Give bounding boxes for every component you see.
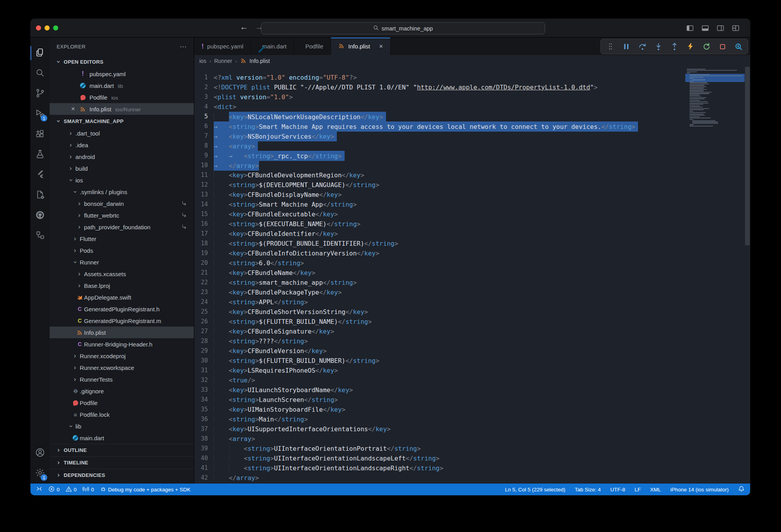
line-number[interactable]: 21 bbox=[194, 268, 211, 278]
activity-item-project[interactable] bbox=[30, 185, 50, 205]
line-number[interactable]: 22 bbox=[194, 278, 211, 287]
tree-item-info-plist[interactable]: Info.plist bbox=[50, 327, 194, 338]
code-line-11[interactable]: 11 <key>CFBundleDevelopmentRegion</key> bbox=[194, 170, 750, 180]
line-number[interactable]: 3 bbox=[194, 92, 211, 102]
line-number[interactable]: 32 bbox=[194, 375, 211, 385]
line-number[interactable]: 39 bbox=[194, 444, 211, 453]
code-line-27[interactable]: 27 <key>CFBundleSignature</key> bbox=[194, 327, 750, 336]
line-number[interactable]: 35 bbox=[194, 405, 211, 414]
code-line-5[interactable]: 5 <key>NSLocalNetworkUsageDescription</k… bbox=[194, 112, 750, 121]
close-icon[interactable]: × bbox=[69, 105, 77, 113]
minimize-window-button[interactable] bbox=[45, 25, 50, 30]
code-line-29[interactable]: 29 <key>CFBundleVersion</key> bbox=[194, 346, 750, 356]
line-number[interactable]: 7 bbox=[194, 131, 211, 141]
tree-item-assets-xcassets[interactable]: ›Assets.xcassets bbox=[50, 268, 194, 280]
code-line-34[interactable]: 34 <string>LaunchScreen</string> bbox=[194, 395, 750, 405]
line-number[interactable]: 34 bbox=[194, 395, 211, 405]
command-center-search[interactable]: smart_machine_app bbox=[261, 22, 545, 34]
section-header-outline[interactable]: ›OUTLINE bbox=[50, 444, 194, 456]
tree-item-idea[interactable]: ›.idea bbox=[50, 139, 194, 151]
section-header-timeline[interactable]: ›TIMELINE bbox=[50, 456, 194, 469]
device-selector[interactable]: iPhone 14 (ios simulator) bbox=[670, 487, 729, 493]
code-line-8[interactable]: 8→ <array> bbox=[194, 141, 750, 151]
inspect-button[interactable] bbox=[734, 42, 743, 51]
project-root-header[interactable]: › SMART_MACHINE_APP bbox=[50, 115, 194, 127]
code-line-19[interactable]: 19 <key>CFBundleInfoDictionaryVersion</k… bbox=[194, 248, 750, 258]
language-mode[interactable]: XML bbox=[650, 487, 661, 493]
activity-item-search[interactable] bbox=[30, 63, 50, 84]
code-line-38[interactable]: 38 <array> bbox=[194, 434, 750, 444]
code-line-22[interactable]: 22 <string>smart_machine_app</string> bbox=[194, 278, 750, 287]
tree-item-runner-xcodeproj[interactable]: ›Runner.xcodeproj bbox=[50, 350, 194, 362]
line-number[interactable]: 18 bbox=[194, 239, 211, 248]
customize-layout-button[interactable] bbox=[731, 24, 740, 32]
cursor-position[interactable]: Ln 5, Col 5 (229 selected) bbox=[505, 487, 566, 493]
activity-item-extensions[interactable] bbox=[30, 124, 50, 145]
tree-item-runner[interactable]: ›Runner bbox=[50, 256, 194, 268]
breadcrumb-file[interactable]: Info.plist bbox=[250, 58, 270, 64]
activity-item-testing[interactable] bbox=[30, 145, 50, 165]
step-into-button[interactable] bbox=[654, 42, 663, 51]
close-window-button[interactable] bbox=[36, 25, 41, 30]
remote-indicator[interactable] bbox=[36, 486, 43, 493]
notifications[interactable] bbox=[738, 486, 745, 493]
eol[interactable]: LF bbox=[634, 487, 641, 493]
restart-button[interactable] bbox=[702, 42, 711, 51]
code-line-3[interactable]: 3<plist version="1.0"> bbox=[194, 92, 750, 102]
code-line-37[interactable]: 37 <key>UISupportedInterfaceOrientations… bbox=[194, 424, 750, 434]
tree-item-gitignore[interactable]: .gitignore bbox=[50, 385, 194, 397]
tree-item-podfile[interactable]: Podfile bbox=[50, 397, 194, 409]
line-number[interactable]: 2 bbox=[194, 82, 211, 92]
tree-item-path-provider-foundation[interactable]: ›path_provider_foundation bbox=[50, 221, 194, 233]
tree-item-runner-xcworkspace[interactable]: ›Runner.xcworkspace bbox=[50, 362, 194, 373]
line-number[interactable]: 5 bbox=[194, 112, 211, 121]
line-number[interactable]: 30 bbox=[194, 356, 211, 366]
code-line-4[interactable]: 4<dict> bbox=[194, 102, 750, 112]
breadcrumb-runner[interactable]: Runner bbox=[214, 58, 232, 64]
code-line-28[interactable]: 28 <string>????</string> bbox=[194, 336, 750, 346]
tree-item-dart-tool[interactable]: ›.dart_tool bbox=[50, 127, 194, 139]
activity-item-settings[interactable]: 1 bbox=[30, 463, 50, 484]
code-line-6[interactable]: 6→ <string>Smart Machine App requires ac… bbox=[194, 121, 750, 131]
code-line-40[interactable]: 40 <string>UIInterfaceOrientationLandsca… bbox=[194, 453, 750, 463]
code-line-14[interactable]: 14 <string>Smart Machine App</string> bbox=[194, 200, 750, 209]
line-number[interactable]: 25 bbox=[194, 307, 211, 317]
code-line-25[interactable]: 25 <key>CFBundleShortVersionString</key> bbox=[194, 307, 750, 317]
code-line-9[interactable]: 9→ → <string>_rpc._tcp</string> bbox=[194, 151, 750, 161]
open-editor-info-plist[interactable]: ×Info.plistios/Runner bbox=[50, 103, 194, 115]
activity-item-github[interactable] bbox=[30, 205, 50, 226]
code-line-10[interactable]: 10→ </array> bbox=[194, 161, 750, 170]
tree-item-build[interactable]: ›build bbox=[50, 162, 194, 174]
toggle-sidebar-left-button[interactable] bbox=[686, 24, 694, 32]
tree-item-generatedpluginregistrant-h[interactable]: CGeneratedPluginRegistrant.h bbox=[50, 303, 194, 315]
code-line-12[interactable]: 12 <string>$(DEVELOPMENT_LANGUAGE)</stri… bbox=[194, 180, 750, 190]
tree-item-generatedpluginregistrant-m[interactable]: CGeneratedPluginRegistrant.m bbox=[50, 315, 194, 327]
activity-item-source-control[interactable] bbox=[30, 84, 50, 104]
tree-item-symlinks-plugins[interactable]: ›.symlinks / plugins bbox=[50, 186, 194, 198]
code-line-18[interactable]: 18 <string>$(PRODUCT_BUNDLE_IDENTIFIER)<… bbox=[194, 239, 750, 248]
code-line-41[interactable]: 41 <string>UIInterfaceOrientationLandsca… bbox=[194, 463, 750, 473]
line-number[interactable]: 10 bbox=[194, 161, 211, 170]
line-number[interactable]: 38 bbox=[194, 434, 211, 444]
activity-item-run-debug[interactable]: 1 bbox=[30, 104, 50, 124]
tab-size[interactable]: Tab Size: 4 bbox=[575, 487, 601, 493]
toggle-sidebar-right-button[interactable] bbox=[716, 24, 725, 32]
open-editor-main-dart[interactable]: main.dartlib bbox=[50, 80, 194, 91]
code-line-2[interactable]: 2<!DOCTYPE plist PUBLIC "-//Apple//DTD P… bbox=[194, 82, 750, 92]
code-line-36[interactable]: 36 <string>Main</string> bbox=[194, 414, 750, 424]
tree-item-runner-bridging-header-h[interactable]: CRunner-Bridging-Header.h bbox=[50, 338, 194, 350]
tree-item-appdelegate-swift[interactable]: AppDelegate.swift bbox=[50, 291, 194, 303]
code-line-43[interactable]: 43 <key>UISupportedInterfaceOrientations… bbox=[194, 483, 750, 484]
zoom-window-button[interactable] bbox=[53, 25, 58, 30]
code-line-15[interactable]: 15 <key>CFBundleExecutable</key> bbox=[194, 209, 750, 219]
step-over-button[interactable] bbox=[638, 42, 647, 51]
line-number[interactable]: 17 bbox=[194, 229, 211, 239]
tree-item-android[interactable]: ›android bbox=[50, 151, 194, 162]
line-number[interactable]: 27 bbox=[194, 327, 211, 336]
ports-forwarded[interactable]: 0 bbox=[82, 486, 94, 493]
line-number[interactable]: 42 bbox=[194, 473, 211, 483]
close-tab-icon[interactable]: × bbox=[379, 43, 383, 50]
tree-item-ios[interactable]: ›ios bbox=[50, 174, 194, 186]
line-number[interactable]: 11 bbox=[194, 170, 211, 180]
tree-item-main-dart[interactable]: main.dart bbox=[50, 432, 194, 444]
